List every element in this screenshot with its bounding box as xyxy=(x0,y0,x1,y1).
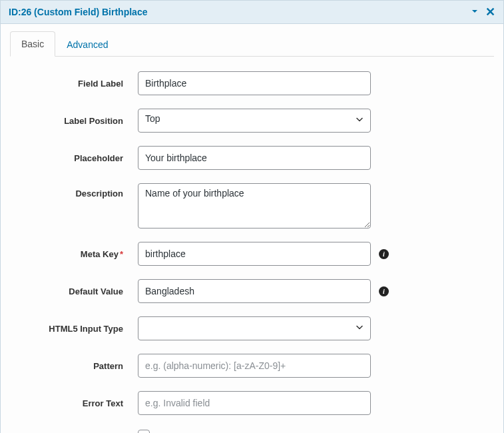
label-meta-key: Meta Key* xyxy=(10,249,138,259)
select-label-position[interactable]: Top xyxy=(138,109,371,133)
input-meta-key[interactable] xyxy=(138,242,371,266)
input-pattern[interactable] xyxy=(138,354,371,378)
row-placeholder: Placeholder xyxy=(10,146,494,170)
label-html5-input-type: HTML5 Input Type xyxy=(10,324,138,334)
info-icon[interactable]: i xyxy=(379,286,389,296)
row-meta-key: Meta Key* i xyxy=(10,242,494,266)
form-basic: Field Label Label Position Top P xyxy=(10,71,494,433)
label-field-label: Field Label xyxy=(10,79,138,89)
row-label-position: Label Position Top xyxy=(10,109,494,133)
panel-title: ID:26 (Custom Field) Birthplace xyxy=(9,7,471,17)
row-description: Description xyxy=(10,183,494,228)
row-html5-input-type: HTML5 Input Type xyxy=(10,316,494,340)
label-description: Description xyxy=(10,183,138,199)
label-meta-key-text: Meta Key xyxy=(81,249,119,259)
tab-basic[interactable]: Basic xyxy=(10,31,55,57)
input-description[interactable] xyxy=(138,183,371,228)
label-placeholder: Placeholder xyxy=(10,153,138,163)
info-icon[interactable]: i xyxy=(379,249,389,259)
row-error-text: Error Text xyxy=(10,391,494,415)
label-default-value: Default Value xyxy=(10,286,138,296)
input-default-value[interactable] xyxy=(138,279,371,303)
label-label-position: Label Position xyxy=(10,116,138,126)
panel-header: ID:26 (Custom Field) Birthplace ✕ xyxy=(1,1,503,24)
checkbox-required[interactable] xyxy=(138,430,150,433)
collapse-icon[interactable] xyxy=(471,7,479,17)
tabs: Basic Advanced xyxy=(10,31,494,57)
row-default-value: Default Value i xyxy=(10,279,494,303)
select-html5-input-type[interactable] xyxy=(138,316,371,340)
panel-header-actions: ✕ xyxy=(471,6,495,18)
label-pattern: Pattern xyxy=(10,361,138,371)
row-required: Required xyxy=(10,428,494,433)
close-icon[interactable]: ✕ xyxy=(485,6,495,18)
input-field-label[interactable] xyxy=(138,71,371,95)
field-settings-panel: ID:26 (Custom Field) Birthplace ✕ Basic … xyxy=(0,0,504,433)
label-required: Required xyxy=(155,431,192,434)
row-field-label: Field Label xyxy=(10,71,494,95)
select-label-position-value: Top xyxy=(138,109,371,133)
tab-advanced[interactable]: Advanced xyxy=(55,32,119,57)
required-asterisk: * xyxy=(120,249,123,259)
input-error-text[interactable] xyxy=(138,391,371,415)
select-html5-input-type-value xyxy=(138,316,371,340)
panel-body: Basic Advanced Field Label Label Positio… xyxy=(1,24,503,433)
input-placeholder[interactable] xyxy=(138,146,371,170)
label-error-text: Error Text xyxy=(10,398,138,408)
row-pattern: Pattern xyxy=(10,354,494,378)
